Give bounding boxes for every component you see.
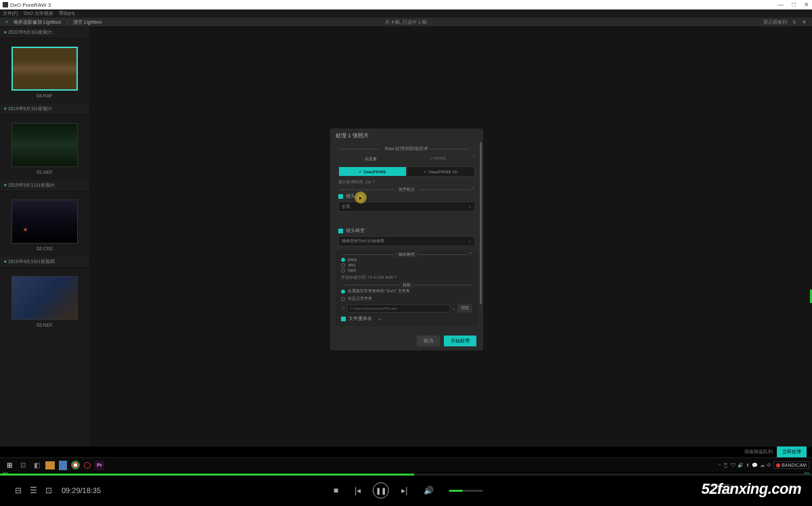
- size-estimate: 所需存储空间: 70.4-198.3MB ?: [341, 275, 472, 281]
- menu-file[interactable]: 文件(F): [3, 10, 18, 17]
- thumbnail-sidebar: 2022年5月3日星期六 04.RAF 2019年9月3日星期六 01.NEF …: [0, 27, 89, 446]
- time-estimate: 预计处理时间: 10s ?: [338, 179, 475, 185]
- group-header[interactable]: 2019年9月3日星期六: [0, 104, 89, 115]
- tray-icon[interactable]: 🔊: [738, 463, 744, 468]
- view-toggle[interactable]: 显示原食列: [763, 19, 787, 26]
- prev-icon[interactable]: |◂: [355, 486, 361, 495]
- playlist-icon[interactable]: ☰: [30, 486, 37, 495]
- quality-label-high: 高质量: [338, 155, 403, 164]
- group-header[interactable]: 2019年4月19日星期四: [0, 256, 89, 268]
- process-dialog: 处理 1 张照片 Raw 处理和降噪技术 高质量 + PRIME ? ✓ Dee…: [330, 129, 483, 350]
- maximize-button[interactable]: □: [792, 1, 796, 8]
- tray-icon[interactable]: ^: [719, 463, 721, 467]
- time-display: 09:29/18:35: [62, 486, 101, 495]
- chevron-down-icon[interactable]: ⌄: [378, 316, 382, 321]
- add-to-lightbox[interactable]: 将所选影像加 Lightbox: [14, 19, 61, 26]
- distortion-dropdown[interactable]: 将畸变转为AO比例保曲⌄: [338, 236, 475, 246]
- thumbnail[interactable]: [12, 123, 78, 167]
- tray-icon[interactable]: 中: [767, 462, 771, 469]
- start-button[interactable]: ⊞: [5, 461, 14, 470]
- record-icon[interactable]: [84, 462, 91, 469]
- lens-distortion-label: 镜头畸变: [346, 227, 365, 234]
- dest-dxo-radio[interactable]: [341, 290, 345, 294]
- path-input[interactable]: C:/Users/Administrator/Pictures: [347, 304, 450, 313]
- bandicam-widget[interactable]: BANDICAM: [773, 461, 809, 469]
- watermark: 52fanxing.com: [701, 480, 801, 498]
- window-titlebar: DxO PureRAW 3 — □ ✕: [0, 0, 812, 9]
- app-icon: [3, 2, 8, 7]
- dest-custom-radio[interactable]: [341, 297, 345, 301]
- video-player: ◂◂ ▸▸ ⊟ ☰ ⊡ 09:29/18:35 ■ |◂ ❚❚ ▸| 🔊 倍速 …: [0, 472, 812, 506]
- explorer-icon[interactable]: [45, 461, 55, 469]
- thumbnail[interactable]: [12, 276, 78, 320]
- deepprime-button[interactable]: ✓ DeepPRIME: [338, 166, 407, 177]
- format-jpg-radio[interactable]: [341, 263, 345, 267]
- stop-icon[interactable]: ■: [334, 486, 338, 495]
- dialog-title: 处理 1 张照片: [330, 129, 483, 143]
- cancel-button[interactable]: 取消: [417, 336, 440, 346]
- section-output: 输出格式: [394, 252, 419, 258]
- add-queue-button[interactable]: ④添加至队列: [744, 448, 773, 455]
- rename-label: 文件重命名: [348, 315, 372, 322]
- menu-optical[interactable]: DxO 光学模块: [24, 10, 53, 17]
- window-title: DxO PureRAW 3: [10, 2, 51, 8]
- browse-button[interactable]: 浏览: [457, 304, 472, 313]
- minimize-button[interactable]: —: [778, 1, 784, 8]
- section-dest: 目标: [399, 282, 415, 288]
- clear-lightbox[interactable]: 清空 Lightbox: [73, 19, 102, 26]
- lens-sharpness-checkbox[interactable]: [338, 194, 343, 199]
- format-dng-radio[interactable]: [341, 258, 345, 262]
- volume-icon[interactable]: 🔊: [424, 486, 434, 495]
- format-tiff-radio[interactable]: [341, 269, 345, 273]
- progress-bar[interactable]: [0, 474, 812, 476]
- prev-file-icon[interactable]: ⊟: [15, 486, 22, 495]
- group-header[interactable]: 2019年5月11日星期六: [0, 180, 89, 191]
- lens-distortion-checkbox[interactable]: [338, 229, 343, 233]
- rename-checkbox[interactable]: [341, 317, 346, 321]
- group-header[interactable]: 2022年5月3日星期六: [0, 27, 89, 39]
- add-icon[interactable]: +: [5, 20, 8, 24]
- deepprime-xd-button[interactable]: ✓ DeepPRIME XD: [407, 166, 475, 177]
- filter-icon[interactable]: ▼: [802, 20, 807, 24]
- menu-help[interactable]: 帮助(H): [59, 10, 75, 17]
- dialog-scrollbar[interactable]: [480, 142, 482, 304]
- thumbnail[interactable]: [12, 47, 78, 91]
- quality-label-prime: + PRIME: [405, 155, 470, 164]
- pause-button[interactable]: ❚❚: [373, 482, 389, 499]
- tray-icon[interactable]: 📱: [723, 463, 729, 468]
- thumbnail[interactable]: [12, 200, 78, 244]
- taskview-icon[interactable]: ⊡: [18, 461, 28, 470]
- toolbar: + 将所选影像加 Lightbox | 清空 Lightbox 共 4 幅, 已…: [0, 18, 812, 27]
- open-icon[interactable]: ⊡: [45, 486, 52, 495]
- tray-icon[interactable]: 💬: [752, 463, 758, 468]
- section-optical: 光学校正: [394, 187, 419, 193]
- tray-icon[interactable]: 🛡: [731, 463, 736, 467]
- section-raw: Raw 处理和降噪技术: [338, 145, 475, 152]
- chrome-icon[interactable]: [71, 461, 80, 469]
- app-icon[interactable]: ◧: [32, 461, 41, 470]
- star-icon: ☆: [341, 306, 345, 311]
- tray-icon[interactable]: ☁: [760, 463, 765, 468]
- start-button[interactable]: 开始处理: [444, 336, 476, 346]
- premiere-icon[interactable]: Pr: [95, 461, 104, 470]
- volume-slider[interactable]: [449, 490, 482, 492]
- thumbnail-label: 01.NEF: [5, 170, 84, 175]
- status-text: 共 4 幅, 已选中 1 幅: [385, 19, 426, 26]
- close-button[interactable]: ✕: [804, 1, 809, 8]
- cursor-highlight: ▸: [355, 191, 367, 204]
- thumbnail-label: 02.CR2: [5, 246, 84, 251]
- thumbnail-label: 04.RAF: [5, 93, 84, 98]
- next-icon[interactable]: ▸|: [401, 486, 407, 495]
- help-icon[interactable]: ?: [470, 187, 476, 191]
- windows-taskbar: ⊞ ⊡ ◧ Pr ^ 📱 🛡 🔊 ⬆ 💬 ☁ 中 BANDICAM: [0, 457, 812, 472]
- tray-icon[interactable]: ⬆: [746, 463, 750, 468]
- menubar: 文件(F) DxO 光学模块 帮助(H): [0, 9, 812, 18]
- app-icon[interactable]: [59, 461, 67, 470]
- sort-icon[interactable]: ⇅: [792, 20, 796, 25]
- help-icon[interactable]: ?: [468, 252, 474, 256]
- thumbnail-label: 03.NEF: [5, 323, 84, 327]
- process-now-button[interactable]: 立即处理: [777, 446, 807, 457]
